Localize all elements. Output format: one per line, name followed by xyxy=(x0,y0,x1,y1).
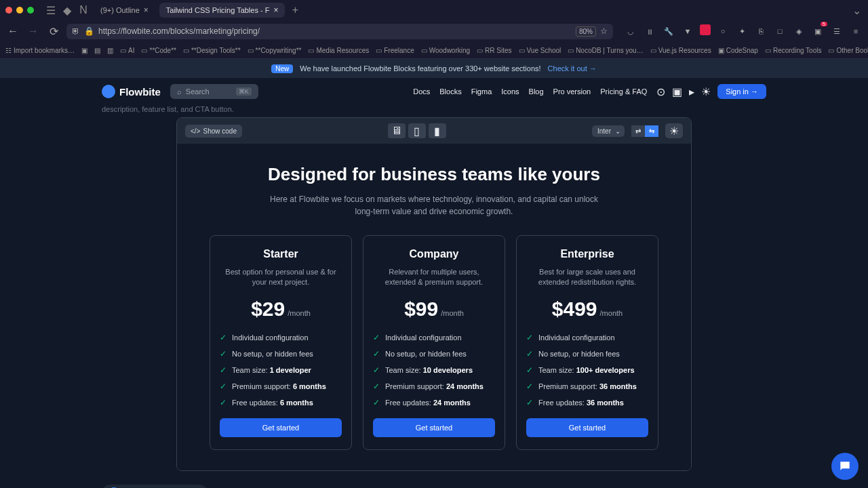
check-icon: ✓ xyxy=(220,349,226,359)
youtube-icon[interactable]: ▸ xyxy=(689,85,694,98)
ltr-icon[interactable]: ⇄ xyxy=(631,125,645,137)
price-period: /month xyxy=(288,309,311,317)
ext-icon-6[interactable]: □ xyxy=(773,24,787,38)
sidebar-icon[interactable]: ☰ xyxy=(45,4,57,16)
font-select[interactable]: Inter ⌄ xyxy=(592,125,625,137)
nav-docs[interactable]: Docs xyxy=(413,87,430,96)
feature-item: ✓Team size: 10 developers xyxy=(373,365,495,375)
rtl-icon[interactable]: ⇆ xyxy=(645,125,658,137)
bookmark-ai[interactable]: ▭ AI xyxy=(120,47,134,54)
bookmark-import[interactable]: ☷ Import bookmarks… xyxy=(5,47,75,54)
ext-icon-5[interactable]: ⎘ xyxy=(754,24,768,38)
show-code-button[interactable]: </> Show code xyxy=(185,125,242,138)
plan-price: $499 /month xyxy=(526,298,648,321)
close-icon[interactable]: × xyxy=(144,5,149,15)
ext-icon-3[interactable]: ○ xyxy=(716,24,730,38)
check-icon: ✓ xyxy=(220,382,226,391)
search-input[interactable]: ⌕ Search ⌘K xyxy=(170,84,258,99)
account-icon[interactable]: ☰ xyxy=(830,24,844,38)
ext-icon-4[interactable]: ✦ xyxy=(735,24,749,38)
bookmark-nocodb[interactable]: ▭ NocoDB | Turns you… xyxy=(568,47,643,54)
bookmark-item[interactable]: ▥ xyxy=(107,47,113,54)
nav-pro[interactable]: Pro version xyxy=(553,87,591,96)
mobile-icon[interactable]: ▮ xyxy=(429,123,446,138)
get-started-button[interactable]: Get started xyxy=(220,418,342,437)
minimize-window-icon[interactable] xyxy=(16,7,23,14)
feature-item: ✓Free updates: 6 months xyxy=(220,398,342,407)
plan-price: $29 /month xyxy=(220,298,342,321)
nav-figma[interactable]: Figma xyxy=(471,87,492,96)
library-icon[interactable]: ⫼ xyxy=(643,24,656,38)
ext-icon-1[interactable]: ▼ xyxy=(681,24,694,38)
bookmark-code[interactable]: ▭ **Code** xyxy=(141,47,176,54)
close-window-icon[interactable] xyxy=(5,7,12,14)
bookmark-item[interactable]: ▣ xyxy=(81,47,87,54)
announcement-link[interactable]: Check it out → xyxy=(548,64,597,73)
bookmarks-bar: ☷ Import bookmarks… ▣ ▤ ▥ ▭ AI ▭ **Code*… xyxy=(0,42,868,58)
get-started-button[interactable]: Get started xyxy=(373,418,495,437)
feature-list: ✓Individual configuration✓No setup, or h… xyxy=(373,333,495,407)
logo[interactable]: Flowbite xyxy=(102,85,161,98)
tool-icon[interactable]: 🔧 xyxy=(662,24,675,38)
ext-icon-2[interactable] xyxy=(700,24,711,35)
traffic-lights xyxy=(5,7,34,14)
bookmark-design[interactable]: ▭ **Design Tools** xyxy=(183,47,241,54)
feature-item: ✓Free updates: 36 months xyxy=(526,398,648,407)
price-value: $99 xyxy=(404,298,438,321)
nav-blog[interactable]: Blog xyxy=(529,87,544,96)
forward-icon[interactable]: → xyxy=(26,24,41,39)
back-icon[interactable]: ← xyxy=(5,24,20,39)
navbar: Flowbite ⌕ Search ⌘K Docs Blocks Figma I… xyxy=(88,78,780,105)
direction-toggle[interactable]: ⇄ ⇆ xyxy=(631,125,658,137)
tablet-icon[interactable]: ▯ xyxy=(408,123,426,138)
preview-block: </> Show code 🖥 ▯ ▮ Inter ⌄ ⇄ ⇆ ☀ Design… xyxy=(176,117,692,471)
dark-mode-toggle[interactable]: ☀ xyxy=(665,123,683,138)
nav-icons[interactable]: Icons xyxy=(501,87,519,96)
close-icon[interactable]: × xyxy=(273,5,278,15)
check-icon: ✓ xyxy=(373,365,380,375)
theme-icon[interactable]: ☀ xyxy=(701,85,711,98)
bookmark-copy[interactable]: ▭ **Copywriting** xyxy=(248,47,302,54)
get-started-button[interactable]: Get started xyxy=(526,418,648,437)
other-bookmarks[interactable]: ▭ Other Bookmarks xyxy=(828,47,868,54)
check-icon: ✓ xyxy=(373,382,380,391)
announcement-text: We have launched Flowbite Blocks featuri… xyxy=(300,64,540,73)
chevron-down-icon[interactable]: ⌄ xyxy=(850,4,863,16)
bookmark-vuejs[interactable]: ▭ Vue.js Resources xyxy=(650,47,711,54)
pocket-icon[interactable]: ◡ xyxy=(624,24,637,38)
chat-bubble[interactable] xyxy=(831,453,859,480)
check-icon: ✓ xyxy=(220,365,226,375)
nav-pricing[interactable]: Pricing & FAQ xyxy=(600,87,647,96)
bookmark-media[interactable]: ▭ Media Resources xyxy=(308,47,369,54)
maximize-window-icon[interactable] xyxy=(27,7,34,14)
nav-right: ⊙ ▣ ▸ ☀ Sign in → xyxy=(656,84,766,99)
bookmark-rr[interactable]: ▭ RR Sites xyxy=(477,47,511,54)
bookmark-item[interactable]: ▤ xyxy=(94,47,100,54)
bookmark-vue[interactable]: ▭ Vue School xyxy=(519,47,561,54)
feature-item: ✓Individual configuration xyxy=(526,333,648,342)
tab-outline[interactable]: (9+) Outline × xyxy=(94,3,155,18)
github-icon[interactable]: ⊙ xyxy=(656,85,665,98)
announcement-bar: New We have launched Flowbite Blocks fea… xyxy=(0,59,868,78)
desktop-icon[interactable]: 🖥 xyxy=(388,123,406,138)
menu-icon[interactable]: ≡ xyxy=(849,24,863,38)
ext-icon-7[interactable]: ◈ xyxy=(792,24,806,38)
discord-icon[interactable]: ▣ xyxy=(672,85,682,98)
notion-icon[interactable]: N xyxy=(77,4,90,16)
bookmark-recording[interactable]: ▭ Recording Tools xyxy=(765,47,822,54)
bookmark-woodworking[interactable]: ▭ Woodworking xyxy=(421,47,470,54)
bookmark-freelance[interactable]: ▭ Freelance xyxy=(376,47,414,54)
star-icon[interactable]: ☆ xyxy=(600,26,608,36)
zoom-badge[interactable]: 80% xyxy=(576,26,596,37)
signin-button[interactable]: Sign in → xyxy=(717,84,766,99)
app-icon-1[interactable]: ◆ xyxy=(61,4,73,16)
ext-icon-8[interactable]: ▣5 xyxy=(811,24,825,38)
new-tab-icon[interactable]: + xyxy=(289,4,301,16)
feature-item: ✓No setup, or hidden fees xyxy=(526,349,648,359)
reload-icon[interactable]: ⟳ xyxy=(46,24,61,39)
tab-flowbite[interactable]: Tailwind CSS Pricing Tables - F × xyxy=(159,3,285,18)
component-description: description, feature list, and CTA butto… xyxy=(102,105,692,117)
url-field[interactable]: ⛨ 🔒 https://flowbite.com/blocks/marketin… xyxy=(66,24,613,39)
nav-blocks[interactable]: Blocks xyxy=(439,87,461,96)
bookmark-codesnap[interactable]: ▣ CodeSnap xyxy=(718,47,758,54)
